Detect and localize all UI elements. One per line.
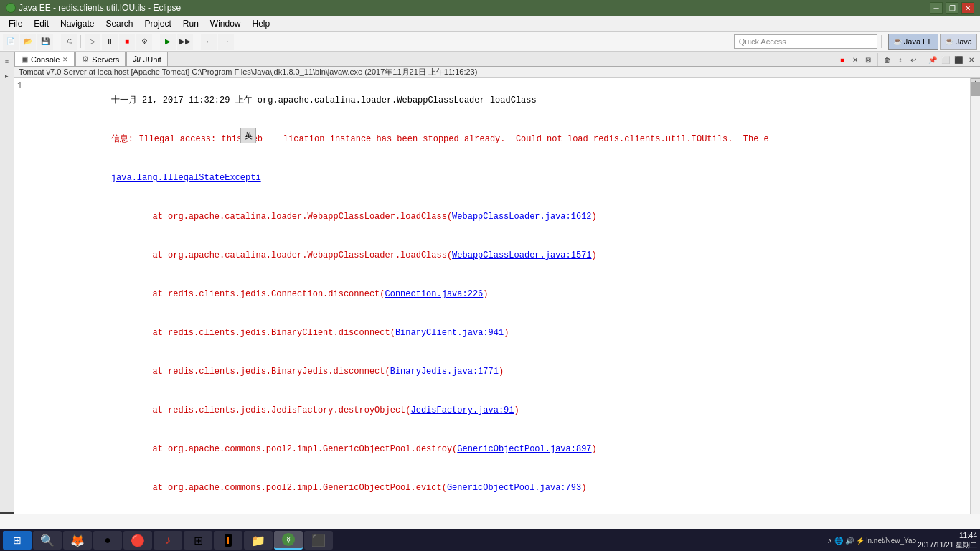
toolbar-sep-1 [57, 35, 57, 48]
clear-btn[interactable]: 🗑 [882, 54, 893, 65]
link-5[interactable]: BinaryJedis.java:1771 [390, 367, 499, 377]
console-content[interactable]: 1 十一月 21, 2017 11:32:29 上午 org.apache.ca… [14, 78, 970, 551]
menu-edit[interactable]: Edit [28, 17, 55, 30]
toolbar-next[interactable]: → [218, 34, 234, 50]
minimize-button[interactable]: ─ [930, 2, 943, 14]
taskbar-clock: 11:44 2017/11/21 星期二 [918, 531, 977, 550]
taskbar-folder[interactable]: 📁 [244, 531, 273, 550]
perspective-java[interactable]: ☕ Java [940, 34, 977, 50]
taskbar-eclipse[interactable]: ☿ [274, 531, 303, 550]
quick-access-label: Quick Access [739, 37, 786, 46]
stack-line-2: at org.apache.catalina.loader.WebappClas… [39, 236, 966, 275]
toolbar-run2[interactable]: ▶▶ [177, 34, 193, 50]
menu-help[interactable]: Help [247, 17, 276, 30]
stack-7-text: at org.apache.commons.pool2.impl.Generic… [111, 444, 457, 454]
stack-3-text: at redis.clients.jedis.Connection.discon… [111, 289, 385, 299]
toolbar-save[interactable]: 💾 [37, 34, 53, 50]
console-text: 十一月 21, 2017 11:32:29 上午 org.apache.cata… [39, 81, 966, 551]
toolbar-stop[interactable]: ■ [119, 34, 135, 50]
console-tab-label: Console [31, 55, 60, 64]
scroll-thumb[interactable] [971, 82, 980, 96]
sidebar-icon-1: ≡ [1, 56, 13, 67]
taskbar-files[interactable]: ⊞ [184, 531, 212, 550]
toolbar: 📄 📂 💾 🖨 ▷ ⏸ ■ ⚙ ▶ ▶▶ ← → Quick Access ☕ … [0, 32, 980, 52]
toolbar-run[interactable]: ▶ [160, 34, 176, 50]
toolbar-prev[interactable]: ← [201, 34, 217, 50]
taskbar: ⊞ 🔍 🦊 ● 🔴 ♪ ⊞ I 📁 ☿ ⬛ ∧ 🌐 🔊 ⚡ ln.net/New… [0, 529, 980, 551]
tab-junit[interactable]: Ju JUnit [126, 52, 168, 66]
main-area: ≡ ▸ ▣ Console ✕ ⚙ Servers Ju JUnit ■ ✕ ⊠ [0, 52, 980, 512]
left-sidebar: ≡ ▸ [0, 52, 14, 512]
taskbar-chrome[interactable]: ● [93, 531, 122, 550]
menu-file[interactable]: File [3, 17, 28, 30]
menu-search[interactable]: Search [100, 17, 138, 30]
taskbar-music[interactable]: ♪ [154, 531, 182, 550]
start-button[interactable]: ⊞ [3, 531, 32, 550]
terminate2-btn[interactable]: ⊠ [862, 54, 874, 65]
stop-server-btn[interactable]: ■ [837, 54, 848, 65]
link-3[interactable]: Connection.java:226 [385, 289, 484, 299]
toolbar-debug[interactable]: ▷ [85, 34, 100, 50]
scroll-lock-btn[interactable]: ↕ [895, 54, 906, 65]
stack-line-5: at redis.clients.jedis.BinaryJedis.disco… [39, 352, 966, 391]
tab-servers[interactable]: ⚙ Servers [75, 52, 126, 66]
toolbar-print[interactable]: 🖨 [61, 34, 77, 50]
pin-btn[interactable]: 📌 [927, 54, 938, 65]
stack-line-4: at redis.clients.jedis.BinaryClient.disc… [39, 314, 966, 352]
stack-line-1: at org.apache.catalina.loader.WebappClas… [39, 197, 966, 236]
menubar: File Edit Navigate Search Project Run Wi… [0, 16, 980, 32]
taskbar-firefox[interactable]: 🦊 [63, 531, 92, 550]
tab-sep-2 [923, 53, 923, 66]
console-area: ▣ Console ✕ ⚙ Servers Ju JUnit ■ ✕ ⊠ 🗑 ↕… [14, 52, 980, 512]
restore-button[interactable]: ❐ [946, 2, 958, 14]
link-8[interactable]: GenericObjectPool.java:793 [447, 483, 581, 493]
taskbar-idea[interactable]: I [214, 531, 242, 550]
servers-tab-icon: ⚙ [82, 55, 89, 64]
link-7[interactable]: GenericObjectPool.java:897 [457, 444, 591, 454]
stack-line-7: at org.apache.commons.pool2.impl.Generic… [39, 430, 966, 468]
taskbar-search[interactable]: 🔍 [33, 531, 62, 550]
quick-access-box[interactable]: Quick Access [734, 34, 877, 49]
toolbar-new[interactable]: 📄 [3, 34, 19, 50]
menu-project[interactable]: Project [138, 17, 176, 30]
toolbar-sep-2 [80, 35, 81, 48]
link-4[interactable]: BinaryClient.java:941 [395, 328, 504, 338]
menu-window[interactable]: Window [204, 17, 247, 30]
vertical-scrollbar[interactable]: ▲ ▼ [970, 78, 980, 551]
stack-5-text: at redis.clients.jedis.BinaryJedis.disco… [111, 367, 390, 377]
stack-6-text: at redis.clients.jedis.JedisFactory.dest… [111, 405, 411, 415]
stack-line-6: at redis.clients.jedis.JedisFactory.dest… [39, 391, 966, 430]
perspective-area: ☕ Java EE ☕ Java [888, 34, 977, 50]
stack-line-8: at org.apache.commons.pool2.impl.Generic… [39, 468, 966, 507]
toolbar-sep-5 [881, 35, 882, 48]
tab-console[interactable]: ▣ Console ✕ [14, 52, 75, 66]
toolbar-open[interactable]: 📂 [20, 34, 36, 50]
close-view-btn[interactable]: ✕ [966, 54, 977, 65]
stack-2-text: at org.apache.catalina.loader.WebappClas… [111, 250, 452, 260]
console-wrapper: 1 十一月 21, 2017 11:32:29 上午 org.apache.ca… [14, 78, 980, 551]
taskbar-cmd[interactable]: ⬛ [304, 531, 333, 550]
toolbar-pause[interactable]: ⏸ [102, 34, 118, 50]
menu-navigate[interactable]: Navigate [55, 17, 100, 30]
stack-8-text: at org.apache.commons.pool2.impl.Generic… [111, 483, 447, 493]
link-6[interactable]: JedisFactory.java:91 [411, 405, 514, 415]
ime-indicator[interactable]: 英 [240, 128, 256, 143]
menu-run[interactable]: Run [177, 17, 204, 30]
close-button[interactable]: ✕ [961, 2, 974, 14]
stack-4-text: at redis.clients.jedis.BinaryClient.disc… [111, 328, 395, 338]
toolbar-sep-4 [197, 35, 197, 48]
line-numbers: 1 [14, 81, 32, 91]
titlebar-controls: ─ ❐ ✕ [930, 2, 974, 14]
taskbar-fox2[interactable]: 🔴 [123, 531, 152, 550]
link-1[interactable]: WebappClassLoader.java:1612 [452, 212, 591, 222]
server-info-text: Tomcat v7.0 Server at localhost [Apache … [19, 67, 477, 77]
console-tab-close[interactable]: ✕ [62, 56, 68, 63]
maximize-console-btn[interactable]: ⬜ [940, 54, 951, 65]
junit-tab-label: JUnit [143, 55, 161, 64]
perspective-java-ee[interactable]: ☕ Java EE [888, 34, 938, 50]
link-2[interactable]: WebappClassLoader.java:1571 [452, 250, 591, 260]
toolbar-build[interactable]: ⚙ [136, 34, 152, 50]
terminate-btn[interactable]: ✕ [849, 54, 861, 65]
word-wrap-btn[interactable]: ↩ [908, 54, 919, 65]
minimize-console-btn[interactable]: ⬛ [953, 54, 964, 65]
